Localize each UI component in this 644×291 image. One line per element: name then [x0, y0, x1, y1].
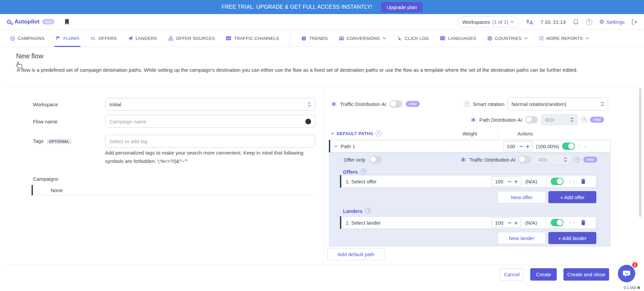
create-button[interactable]: Create: [530, 268, 557, 281]
offer-enabled-toggle[interactable]: [551, 178, 563, 185]
smart-rotation-select[interactable]: Normal rotation(random): [507, 98, 608, 110]
add-default-path-button[interactable]: Add default path: [327, 248, 385, 260]
campaigns-label: Campaigns: [33, 176, 58, 182]
path-enabled-toggle[interactable]: [562, 142, 575, 150]
path-name: Path 1: [341, 143, 355, 149]
translate-icon[interactable]: [526, 19, 533, 25]
page-title: New flow: [16, 52, 43, 60]
chevron-up-down-icon: [601, 102, 604, 106]
weight-column-header: Weight: [458, 131, 482, 136]
smart-rotation-value: Normal rotation(random): [511, 101, 566, 107]
minus-icon[interactable]: −: [519, 143, 523, 150]
help-icon[interactable]: ?: [586, 19, 592, 25]
traffic-ai-toggle[interactable]: [390, 100, 402, 108]
plus-icon[interactable]: +: [514, 178, 518, 185]
brand[interactable]: ⚙⚙ Autopilot new: [6, 18, 54, 25]
nav-tab-landers[interactable]: LANDERS: [128, 30, 157, 47]
path-weight-percent: (100.00%): [536, 143, 559, 149]
new-offer-button[interactable]: New offer: [498, 191, 546, 203]
arrow-up-icon[interactable]: ↑: [569, 178, 572, 184]
new-lander-button[interactable]: New lander: [498, 232, 546, 244]
nav-tab-more-reports[interactable]: MORE REPORTS: [539, 30, 589, 47]
nav-tab-countries[interactable]: COUNTRIES: [487, 30, 528, 47]
page-description: A flow is a predefined set of campaign d…: [17, 66, 625, 74]
main-content: New flow A flow is a predefined set of c…: [0, 47, 644, 291]
nav-tab-conversions[interactable]: CONVERSIONS: [339, 30, 386, 47]
new-badge: new: [590, 117, 604, 123]
trash-icon[interactable]: [581, 179, 586, 184]
chevron-down-icon[interactable]: [334, 145, 338, 147]
paper-plane-icon: [128, 36, 133, 41]
tags-input[interactable]: [109, 138, 311, 144]
nav-tab-traffic-channels[interactable]: Ad TRAFFIC CHANNELS: [226, 30, 279, 47]
campaigns-list-item[interactable]: None: [32, 185, 315, 195]
chevron-up-down-icon: [564, 157, 567, 162]
settings-button[interactable]: ⚙ Settings: [599, 18, 625, 25]
default-paths-toggle[interactable]: DEFAULT PATHS ?: [331, 130, 382, 136]
nav-tab-campaigns[interactable]: CAMPAIGNS: [10, 30, 45, 47]
lander-weight-input[interactable]: [495, 220, 505, 226]
workspaces-selector[interactable]: Workspaces (1 of 1): [457, 16, 519, 27]
nav-label: LANDERS: [136, 36, 157, 41]
lander-enabled-toggle[interactable]: [551, 219, 563, 226]
path-weight-input[interactable]: [507, 143, 517, 149]
nav-label: COUNTRIES: [495, 36, 522, 41]
panel-scrollbar[interactable]: [639, 88, 641, 217]
ai-icon: [331, 101, 337, 107]
plus-icon[interactable]: +: [514, 220, 518, 226]
plus-icon[interactable]: +: [526, 143, 530, 150]
main-nav: CAMPAIGNS FLOWS OFFERS LANDERS OFFER SOU…: [0, 30, 644, 47]
path-traffic-ai-help-icon[interactable]: ?: [574, 157, 580, 163]
nav-tab-trends[interactable]: TRENDS: [301, 30, 328, 47]
path-ai-toggle[interactable]: [525, 116, 538, 123]
default-paths-help-icon[interactable]: ?: [376, 130, 382, 136]
trash-icon[interactable]: [581, 220, 586, 225]
logout-icon[interactable]: [632, 19, 638, 25]
add-lander-button[interactable]: + Add lander: [548, 232, 596, 244]
arrow-down-icon[interactable]: ↓: [573, 178, 576, 184]
list-icon: [539, 36, 544, 41]
upgrade-plan-button[interactable]: Upgrade plan: [381, 2, 423, 12]
table-icon: [339, 36, 344, 41]
nav-tab-flows[interactable]: FLOWS: [56, 30, 80, 47]
create-and-close-button[interactable]: Create and close: [563, 268, 609, 281]
arrow-down-icon[interactable]: ↓: [573, 220, 576, 225]
offer-only-toggle[interactable]: [369, 156, 382, 163]
arrow-up-icon[interactable]: ↑: [569, 220, 572, 225]
path-weight-stepper: − +: [503, 141, 533, 151]
campaigns-value: None: [51, 187, 63, 193]
arrow-down-icon[interactable]: ↓: [584, 143, 586, 149]
brand-new-badge: new: [42, 19, 54, 24]
flow-name-input[interactable]: [109, 119, 305, 124]
offer-weight-input[interactable]: [495, 179, 505, 184]
path-traffic-ai-toggle[interactable]: [518, 156, 531, 163]
arrow-up-icon[interactable]: ↑: [578, 143, 581, 149]
offer-weight-stepper: − +: [492, 176, 521, 186]
minus-icon[interactable]: −: [508, 220, 511, 226]
chat-unread-badge: 1: [632, 261, 638, 268]
minus-icon[interactable]: −: [508, 178, 511, 185]
smart-rotation-help-icon[interactable]: ?: [464, 101, 470, 107]
nav-tab-offer-sources[interactable]: OFFER SOURCES: [168, 30, 215, 47]
nav-tab-click-log[interactable]: CLICK LOG: [397, 30, 429, 47]
offer-row[interactable]: 1. Select offer − + (N/A) ↑ ↓: [340, 175, 596, 188]
cancel-button[interactable]: Cancel: [500, 268, 524, 281]
bell-icon[interactable]: [573, 19, 579, 25]
path-ai-help-icon[interactable]: ?: [581, 117, 587, 123]
path-ai-metric-select[interactable]: ROI: [541, 114, 578, 125]
path-row[interactable]: Path 1 − + (100.00%) ↑ ↓: [329, 140, 611, 153]
bookmark-icon[interactable]: [64, 19, 69, 25]
flow-color-dot[interactable]: [305, 119, 311, 124]
smart-rotation-label: Smart rotation: [473, 101, 504, 107]
offers-help-icon[interactable]: ?: [360, 169, 366, 175]
landers-help-icon[interactable]: ?: [365, 208, 371, 214]
path-traffic-ai-metric-select[interactable]: ROI: [534, 154, 571, 165]
nav-tab-languages[interactable]: A LANGUAGES: [440, 30, 476, 47]
workspace-select[interactable]: Initial: [105, 98, 315, 111]
add-offer-button[interactable]: + Add offer: [548, 191, 596, 203]
gear-icon: ⚙: [599, 18, 604, 25]
lander-row[interactable]: 1. Select lander − + (N/A) ↑ ↓: [340, 216, 596, 229]
nav-tab-offers[interactable]: OFFERS: [90, 30, 117, 47]
workspaces-count: (1 of 1): [492, 19, 508, 25]
ai-icon: [460, 157, 466, 163]
